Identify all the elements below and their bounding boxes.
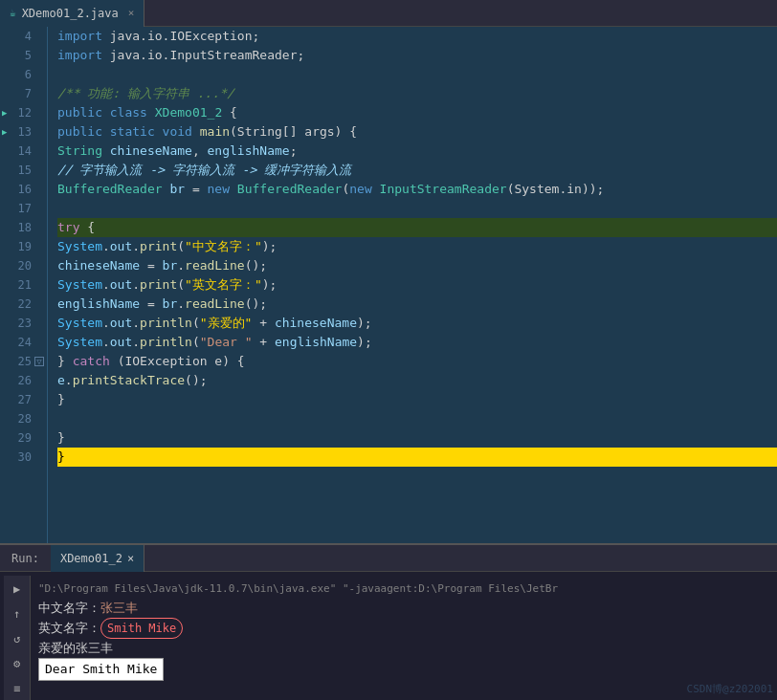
- editor-tab[interactable]: ☕ XDemo01_2.java ×: [0, 0, 144, 27]
- tab-bar: ☕ XDemo01_2.java ×: [0, 0, 777, 27]
- code-line-15: // 字节输入流 -> 字符输入流 -> 缓冲字符输入流: [57, 161, 777, 180]
- code-line-12: public class XDemo01_2 {: [57, 103, 777, 122]
- run-scroll-button[interactable]: ≡: [8, 679, 27, 698]
- code-line-22: englishName = br.readLine();: [57, 295, 777, 314]
- code-line-26: e.printStackTrace();: [57, 371, 777, 390]
- line-number-29: 29: [0, 428, 39, 448]
- code-line-7: /** 功能: 输入字符串 ...*/: [57, 84, 777, 103]
- line-number-7: 7: [0, 84, 39, 103]
- code-line-28: [57, 409, 777, 428]
- code-line-20: chineseName = br.readLine();: [57, 256, 777, 275]
- code-line-16: BufferedReader br = new BufferedReader(n…: [57, 180, 777, 199]
- run-tab-bar: Run: XDemo01_2 ×: [0, 545, 777, 572]
- line-number-16: 16: [0, 180, 39, 199]
- code-line-4: import java.io.IOException;: [57, 27, 777, 46]
- run-tab-name: XDemo01_2: [60, 552, 122, 565]
- line-number-22: 22: [0, 295, 39, 314]
- output-aiqing: 亲爱的张三丰: [38, 639, 769, 658]
- tab-filename: XDemo01_2.java: [22, 7, 119, 20]
- line-number-30: 30: [0, 448, 39, 467]
- code-line-19: System.out.print("中文名字：");: [57, 237, 777, 256]
- code-line-5: import java.io.InputStreamReader;: [57, 46, 777, 65]
- code-line-18: try {: [57, 218, 777, 237]
- code-line-14: String chineseName, englishName;: [57, 142, 777, 161]
- run-content: ▶ ↑ ↺ ⚙ ≡ ⊞ 🖨 "D:\Program Files\Java\jdk…: [0, 572, 777, 700]
- code-line-21: System.out.print("英文名字：");: [57, 275, 777, 295]
- line-number-21: 21: [0, 275, 39, 295]
- run-label: Run:: [0, 552, 51, 565]
- code-line-17: [57, 199, 777, 218]
- watermark: CSDN博@z202001: [687, 682, 773, 696]
- run-stop-button[interactable]: ↑: [8, 604, 27, 623]
- code-line-27: }: [57, 390, 777, 409]
- line-gutter: 45671213141516171819202122232425▽2627282…: [0, 27, 48, 543]
- line-number-13: 13: [0, 122, 39, 142]
- line-number-12: 12: [0, 103, 39, 122]
- run-tab-close[interactable]: ×: [127, 552, 134, 565]
- java-file-icon: ☕: [10, 7, 16, 19]
- fold-icon[interactable]: ▽: [34, 357, 44, 366]
- output-chinese-name: 中文名字：张三丰: [38, 599, 769, 618]
- code-line-30: }: [57, 448, 777, 467]
- code-line-25: } catch (IOException e) {: [57, 352, 777, 371]
- run-panel: Run: XDemo01_2 × ▶ ↑ ↺ ⚙ ≡ ⊞ 🖨 "D:\Progr…: [0, 543, 777, 700]
- code-content[interactable]: import java.io.IOException;import java.i…: [48, 27, 777, 543]
- code-line-6: [57, 65, 777, 84]
- code-line-29: }: [57, 428, 777, 448]
- editor-area: 45671213141516171819202122232425▽2627282…: [0, 27, 777, 543]
- output-english-name: 英文名字：Smith Mike: [38, 618, 769, 639]
- line-number-23: 23: [0, 314, 39, 333]
- run-rerun-button[interactable]: ↺: [8, 629, 27, 648]
- line-number-4: 4: [0, 27, 39, 46]
- line-number-6: 6: [0, 65, 39, 84]
- run-output: "D:\Program Files\Java\jdk-11.0.7\bin\ja…: [31, 576, 777, 700]
- line-number-18: 18: [0, 218, 39, 237]
- run-settings-button[interactable]: ⚙: [8, 654, 27, 673]
- output-cmd-line: "D:\Program Files\Java\jdk-11.0.7\bin\ja…: [38, 580, 769, 599]
- line-number-25: 25▽: [0, 352, 39, 371]
- line-number-26: 26: [0, 371, 39, 390]
- run-sidebar: ▶ ↑ ↺ ⚙ ≡ ⊞ 🖨: [4, 576, 31, 700]
- line-number-17: 17: [0, 199, 39, 218]
- line-number-24: 24: [0, 333, 39, 352]
- run-tab[interactable]: XDemo01_2 ×: [51, 545, 144, 572]
- line-number-20: 20: [0, 256, 39, 275]
- code-line-24: System.out.println("Dear " + englishName…: [57, 333, 777, 352]
- output-dear: Dear Smith Mike: [38, 658, 769, 681]
- line-number-19: 19: [0, 237, 39, 256]
- code-line-13: public static void main(String[] args) {: [57, 122, 777, 142]
- tab-close-button[interactable]: ×: [128, 7, 135, 19]
- code-line-23: System.out.println("亲爱的" + chineseName);: [57, 314, 777, 333]
- line-number-15: 15: [0, 161, 39, 180]
- line-number-5: 5: [0, 46, 39, 65]
- line-number-27: 27: [0, 390, 39, 409]
- line-number-14: 14: [0, 142, 39, 161]
- run-play-button[interactable]: ▶: [8, 580, 27, 599]
- line-number-28: 28: [0, 409, 39, 428]
